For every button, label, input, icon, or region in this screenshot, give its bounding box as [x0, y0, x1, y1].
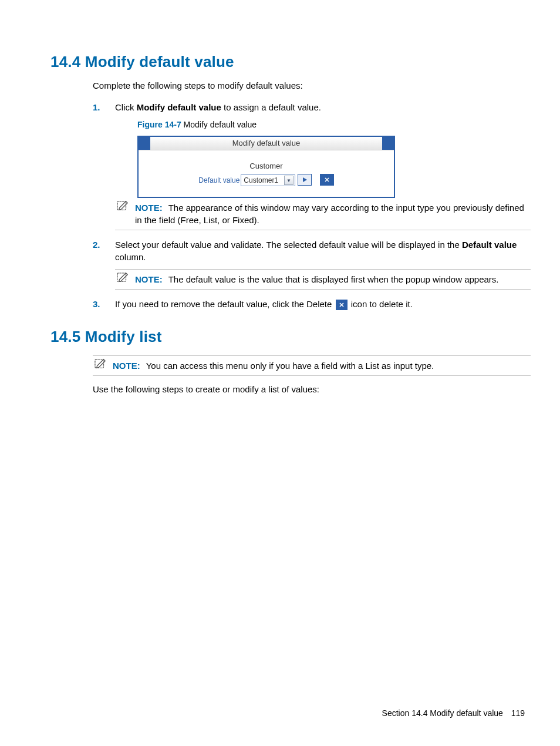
note-text: You can access this menu only if you hav… [146, 361, 434, 371]
note-icon [116, 272, 129, 284]
step-1-text-pre: Click [115, 102, 137, 112]
close-icon [339, 302, 345, 308]
figure-label: Figure 14-7 [137, 120, 181, 129]
figure-titlebar: Modify default value [139, 137, 394, 150]
step-1-number: 1. [93, 101, 100, 113]
figure-caption: Figure 14-7 Modify default value [137, 119, 531, 131]
chevron-down-icon[interactable]: ▼ [284, 176, 294, 185]
step-2-text-post: column. [115, 252, 146, 262]
step-2-number: 2. [93, 238, 100, 251]
note-text: The default value is the value that is d… [168, 274, 499, 284]
note-text: The appearance of this window may vary a… [135, 203, 524, 225]
note-icon [94, 358, 107, 370]
section1-intro: Complete the following steps to modify d… [93, 80, 531, 90]
step-1-bold: Modify default value [137, 102, 221, 112]
close-icon [324, 177, 330, 183]
svg-marker-1 [303, 177, 307, 182]
note-default-value-first: NOTE:The default value is the value that… [115, 269, 531, 290]
step-2-text-pre: Select your default value and validate. … [115, 240, 462, 250]
note-label: NOTE: [135, 203, 163, 213]
figure-confirm-button[interactable] [298, 174, 312, 186]
figure-field-label: Default value [198, 176, 239, 186]
play-icon [302, 177, 308, 183]
step-2-bold: Default value [462, 240, 517, 250]
figure-select-value: Customer1 [244, 176, 278, 186]
step-3-text-pre: If you need to remove the default value,… [115, 299, 335, 309]
figure-default-value-select[interactable]: Customer1 ▼ [241, 174, 295, 186]
step-3: 3. If you need to remove the default val… [93, 298, 531, 310]
page-footer: Section 14.4 Modify default value 119 [382, 708, 525, 718]
figure-caption-text: Modify default value [181, 120, 257, 129]
footer-page-number: 119 [511, 708, 525, 718]
section-heading-14-5: 14.5 Modify list [50, 328, 531, 346]
step-2: 2. Select your default value and validat… [93, 238, 531, 290]
section2-intro: Use the following steps to create or mod… [93, 384, 531, 394]
note-appearance-vary: NOTE:The appearance of this window may v… [115, 198, 531, 230]
figure-group-label: Customer [139, 161, 394, 172]
footer-section-label: Section 14.4 Modify default value [382, 708, 503, 718]
step-3-number: 3. [93, 298, 100, 310]
figure-window-title: Modify default value [150, 137, 382, 150]
section-heading-14-4: 14.4 Modify default value [50, 53, 531, 71]
note-label: NOTE: [135, 274, 163, 284]
step-3-text-post: icon to delete it. [351, 299, 413, 309]
note-icon [116, 200, 129, 212]
figure-delete-button[interactable] [320, 174, 334, 186]
figure-modify-default-value: Modify default value Customer Default va… [137, 136, 395, 199]
step-1-text-post: to assign a default value. [221, 102, 321, 112]
step-1: 1. Click Modify default value to assign … [93, 101, 531, 230]
delete-icon [336, 300, 348, 310]
note-label: NOTE: [113, 361, 140, 371]
note-list-input-type: NOTE:You can access this menu only if yo… [93, 355, 531, 376]
figure-titlebar-right-edge [382, 137, 394, 150]
figure-titlebar-left-edge [139, 137, 150, 150]
figure-default-value-row: Default value Customer1 ▼ [198, 174, 295, 186]
